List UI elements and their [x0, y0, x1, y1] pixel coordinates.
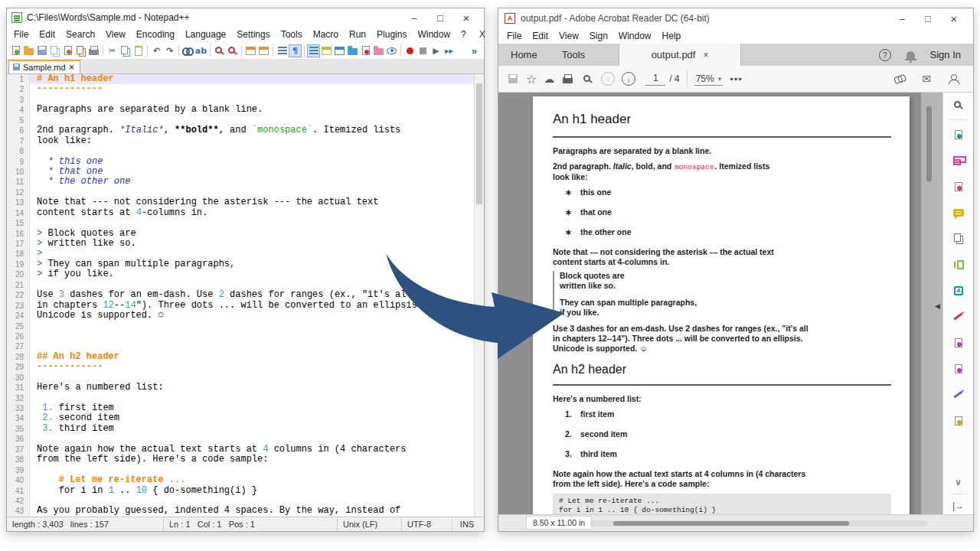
acrobat-menu-view[interactable]: View [554, 29, 584, 43]
npp-menu-[interactable]: ? [456, 28, 472, 41]
npp-maximize-button[interactable]: □ [427, 12, 453, 24]
notifications-bell-icon[interactable] [906, 51, 915, 59]
new-file-icon[interactable] [9, 44, 22, 57]
export-pdf-icon[interactable] [951, 127, 965, 142]
npp-document-tab[interactable]: Sample.md ✕ [8, 60, 80, 73]
editor-line-12[interactable]: 12 [7, 187, 484, 197]
save-icon[interactable] [35, 44, 48, 57]
print-icon[interactable] [87, 44, 100, 57]
run-multi-macro-icon[interactable]: ▸▸ [443, 44, 456, 57]
snapshot-icon[interactable] [372, 44, 385, 57]
pdf-horizontal-scrollbar[interactable] [590, 520, 927, 527]
print-icon[interactable] [561, 73, 574, 86]
replace-icon[interactable]: ab [194, 44, 207, 57]
npp-menu-language[interactable]: Language [180, 28, 231, 41]
show-all-chars-icon[interactable]: ¶ [289, 44, 302, 57]
editor-line-23[interactable]: 23in chapters 12--14"). Three dots ... w… [7, 301, 484, 311]
editor-line-7[interactable]: 7look like: [7, 136, 484, 146]
editor-line-19[interactable]: 19> They can span multiple paragraphs, [7, 259, 484, 269]
redact-icon[interactable] [951, 361, 965, 376]
comment-icon[interactable] [951, 205, 965, 220]
npp-menu-file[interactable]: File [8, 28, 34, 41]
editor-line-8[interactable]: 8 [7, 146, 484, 156]
certificates-icon[interactable] [951, 387, 965, 402]
editor-line-18[interactable]: 18> [7, 249, 484, 259]
npp-menu-settings[interactable]: Settings [231, 28, 275, 41]
editor-line-24[interactable]: 24Unicode is supported. ☺ [7, 311, 484, 321]
record-macro-icon[interactable] [403, 44, 416, 57]
editor-line-14[interactable]: 14content starts at 4-columns in. [7, 208, 484, 218]
editor-line-2[interactable]: 2------------ [7, 84, 484, 94]
editor-line-30[interactable]: 30 [7, 373, 484, 383]
editor-line-20[interactable]: 20> if you like. [7, 269, 484, 279]
editor-line-28[interactable]: 28## An h2 header [7, 352, 484, 362]
npp-menu-view[interactable]: View [100, 28, 131, 41]
npp-minimize-button[interactable]: – [401, 12, 427, 24]
share-person-icon[interactable] [946, 73, 959, 86]
tab-home[interactable]: Home [498, 44, 550, 66]
editor-line-9[interactable]: 9 * this one [7, 157, 484, 167]
npp-title-bar[interactable]: C:\Files\Words\Sample.md - Notepad++ – □… [7, 8, 484, 27]
save-icon[interactable] [506, 73, 519, 86]
stop-macro-icon[interactable] [416, 44, 430, 57]
play-macro-icon[interactable]: ▶ [430, 44, 443, 57]
sync-scroll-h-icon[interactable] [257, 44, 270, 57]
npp-menu-edit[interactable]: Edit [34, 28, 60, 41]
nav-pane-toggle-icon[interactable]: ▶ [501, 301, 506, 308]
acrobat-menu-help[interactable]: Help [657, 29, 687, 43]
editor-line-1[interactable]: 1# An h1 header [7, 74, 484, 84]
editor-line-43[interactable]: 43As you probably guessed, indented 4 sp… [7, 506, 484, 516]
npp-menu-plugins[interactable]: Plugins [371, 28, 412, 41]
editor-line-42[interactable]: 42 [7, 496, 484, 506]
tools-pane-toggle-icon[interactable]: ◀ [935, 302, 940, 310]
request-signatures-icon[interactable] [951, 335, 965, 350]
editor-line-22[interactable]: 22Use 3 dashes for an em-dash. Use 2 das… [7, 290, 484, 300]
share-link-icon[interactable] [893, 73, 906, 86]
editor-line-39[interactable]: 39 [7, 465, 484, 475]
function-list-icon[interactable] [333, 44, 346, 57]
npp-scrollbar-thumb[interactable] [476, 83, 482, 204]
editor-line-29[interactable]: 29------------ [7, 362, 484, 372]
editor-line-32[interactable]: 32 [7, 393, 484, 403]
doc-map-icon[interactable] [320, 44, 333, 57]
editor-line-41[interactable]: 41 for i in 1 .. 10 { do-something(i) } [7, 486, 484, 496]
tab-document[interactable]: output.pdf × [619, 44, 741, 66]
acrobat-menu-window[interactable]: Window [613, 29, 657, 43]
next-page-icon[interactable]: ↓ [622, 72, 635, 86]
cut-icon[interactable]: ✂ [106, 44, 119, 57]
copy-icon[interactable] [119, 44, 132, 57]
favorite-star-icon[interactable]: ☆ [526, 72, 537, 86]
npp-menu-tools[interactable]: Tools [276, 28, 308, 41]
previous-page-icon[interactable]: ↑ [601, 72, 615, 86]
npp-menu-run[interactable]: Run [344, 28, 371, 41]
editor-line-13[interactable]: 13Note that --- not considering the aste… [7, 197, 484, 207]
send-email-icon[interactable]: ✉ [922, 73, 931, 85]
editor-line-37[interactable]: 37Note again how the actual text starts … [7, 445, 484, 455]
page-number-input[interactable]: 1 [645, 73, 665, 86]
editor-line-33[interactable]: 33 1. first item [7, 403, 484, 413]
tab-document-close-icon[interactable]: × [703, 50, 708, 60]
more-tools-chevron-icon[interactable]: ∨ [955, 478, 961, 487]
sign-in-button[interactable]: Sign In [930, 49, 961, 60]
npp-vertical-scrollbar[interactable] [474, 74, 484, 517]
editor-line-27[interactable]: 27 [7, 341, 484, 351]
fill-sign-icon[interactable] [951, 309, 965, 324]
editor-line-4[interactable]: 4Paragraphs are separated by a blank lin… [7, 105, 484, 115]
close-all-icon[interactable] [74, 44, 87, 57]
compress-pdf-icon[interactable] [951, 283, 965, 298]
preview-eye-icon[interactable] [385, 44, 398, 57]
word-wrap-icon[interactable] [276, 44, 289, 57]
npp-editor[interactable]: 1# An h1 header2------------34Paragraphs… [7, 74, 484, 517]
search-icon[interactable] [581, 73, 594, 86]
editor-line-21[interactable]: 21 [7, 280, 484, 290]
editor-line-35[interactable]: 35 3. third item [7, 424, 484, 434]
run-pdf-icon[interactable] [359, 44, 372, 57]
npp-close-button[interactable]: × [453, 11, 479, 24]
redo-icon[interactable]: ↷ [163, 44, 176, 57]
zoom-select[interactable]: 75% ▾ [694, 73, 724, 86]
pdf-horizontal-scrollbar-thumb[interactable] [613, 521, 849, 526]
editor-line-31[interactable]: 31Here's a numbered list: [7, 383, 484, 393]
editor-line-11[interactable]: 11 * the other one [7, 177, 484, 187]
close-file-icon[interactable] [61, 44, 74, 57]
npp-menu-encoding[interactable]: Encoding [131, 28, 180, 41]
